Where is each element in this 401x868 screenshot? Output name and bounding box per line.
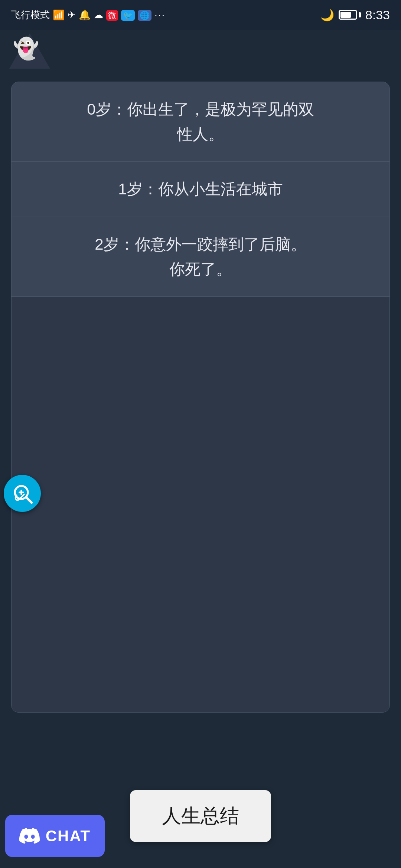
svg-line-1 xyxy=(26,497,32,503)
empty-content-area xyxy=(12,297,389,712)
event-row-2: 2岁：你意外一跤摔到了后脑。你死了。 xyxy=(12,217,389,297)
logo-container: 👻 xyxy=(11,33,48,70)
discord-chat-label: CHAT xyxy=(46,827,91,845)
time-display: 8:33 xyxy=(365,8,390,22)
event-1-text: 1岁：你从小生活在城市 xyxy=(30,177,371,201)
app2-icon: 🌐 xyxy=(138,9,151,21)
discord-logo-icon xyxy=(19,826,40,846)
summary-button[interactable]: 人生总结 xyxy=(130,790,271,842)
app-header: 👻 xyxy=(0,30,401,74)
app-logo-icon: 👻 xyxy=(13,36,39,61)
flight-mode-text: 飞行模式 xyxy=(11,9,50,22)
bell-icon: 🔔 xyxy=(79,9,91,21)
status-bar: 飞行模式 📶 ✈ 🔔 ☁ 微 🐦 🌐 ··· 🌙 8:33 xyxy=(0,0,401,30)
event-2-text: 2岁：你意外一跤摔到了后脑。你死了。 xyxy=(30,232,371,282)
wifi-icon: 📶 xyxy=(53,9,65,21)
weibo-icon: 微 xyxy=(106,9,118,21)
event-row-0: 0岁：你出生了，是极为罕见的双性人。 xyxy=(12,82,389,162)
tool-search-icon xyxy=(11,482,33,504)
main-content-card: 0岁：你出生了，是极为罕见的双性人。 1岁：你从小生活在城市 2岁：你意外一跤摔… xyxy=(11,82,390,713)
moon-icon: 🌙 xyxy=(320,9,334,22)
event-row-1: 1岁：你从小生活在城市 xyxy=(12,162,389,217)
battery-indicator xyxy=(339,10,361,20)
status-right: 🌙 8:33 xyxy=(320,8,390,22)
floating-tool-button[interactable] xyxy=(4,475,41,512)
summary-button-label: 人生总结 xyxy=(162,805,239,826)
dots-icon: ··· xyxy=(154,9,165,21)
cloud-icon: ☁ xyxy=(94,9,103,21)
plane-icon: ✈ xyxy=(68,9,76,21)
discord-chat-button[interactable]: CHAT xyxy=(5,815,105,857)
app1-icon: 🐦 xyxy=(121,9,135,21)
event-0-text: 0岁：你出生了，是极为罕见的双性人。 xyxy=(30,97,371,147)
status-left: 飞行模式 📶 ✈ 🔔 ☁ 微 🐦 🌐 ··· xyxy=(11,9,165,22)
